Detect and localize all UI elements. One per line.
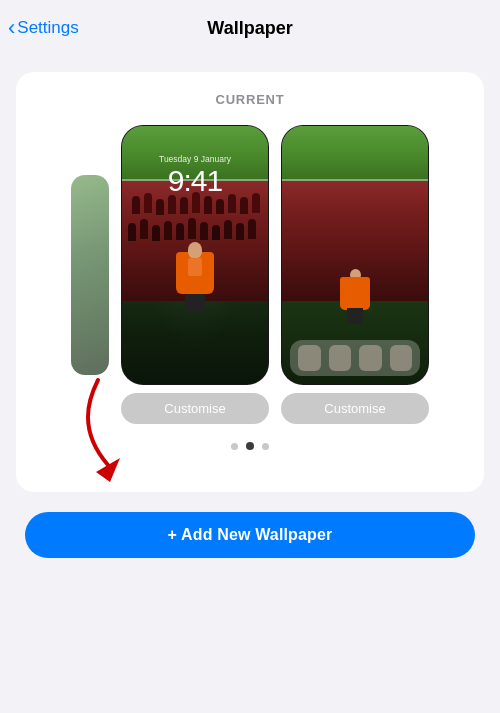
add-wallpaper-button[interactable]: + Add New Wallpaper <box>25 512 475 558</box>
dock-icon-4 <box>390 345 413 371</box>
lock-time-area: Tuesday 9 January 9:41 <box>122 154 268 196</box>
home-screen-preview: Customise <box>281 125 429 424</box>
back-button[interactable]: ‹ Settings <box>8 17 79 39</box>
wallpaper-card: CURRENT Tuesday 9 January 9:41 <box>16 72 484 492</box>
dot-2-active <box>246 442 254 450</box>
lock-time: 9:41 <box>122 166 268 196</box>
home-screen-background <box>282 126 428 384</box>
lock-customise-button[interactable]: Customise <box>121 393 269 424</box>
home-pitch-area <box>282 126 428 181</box>
person-legs <box>185 292 205 312</box>
home-person-legs <box>347 308 363 324</box>
lock-screen-phone: Tuesday 9 January 9:41 <box>121 125 269 385</box>
previews-row: Tuesday 9 January 9:41 <box>32 125 468 424</box>
dock-icon-2 <box>329 345 352 371</box>
nav-bar: ‹ Settings Wallpaper <box>0 0 500 56</box>
dot-3 <box>262 443 269 450</box>
dock-icon-3 <box>359 345 382 371</box>
lock-screen-preview: Tuesday 9 January 9:41 <box>121 125 269 424</box>
home-screen-phone <box>281 125 429 385</box>
orange-jacket <box>176 252 214 294</box>
lock-date: Tuesday 9 January <box>122 154 268 164</box>
person-figure <box>176 242 214 312</box>
lock-screen-background: Tuesday 9 January 9:41 <box>122 126 268 384</box>
home-customise-button[interactable]: Customise <box>281 393 429 424</box>
chevron-left-icon: ‹ <box>8 17 15 39</box>
page-dots <box>231 442 269 450</box>
dock-icon-1 <box>298 345 321 371</box>
peek-wallpaper-card <box>71 175 109 375</box>
dot-1 <box>231 443 238 450</box>
back-label: Settings <box>17 18 78 38</box>
section-label: CURRENT <box>215 92 284 107</box>
page-title: Wallpaper <box>207 18 292 39</box>
home-orange-jacket <box>340 277 370 310</box>
home-person-figure <box>340 269 370 324</box>
home-dock <box>290 340 420 376</box>
person-head <box>188 242 202 258</box>
